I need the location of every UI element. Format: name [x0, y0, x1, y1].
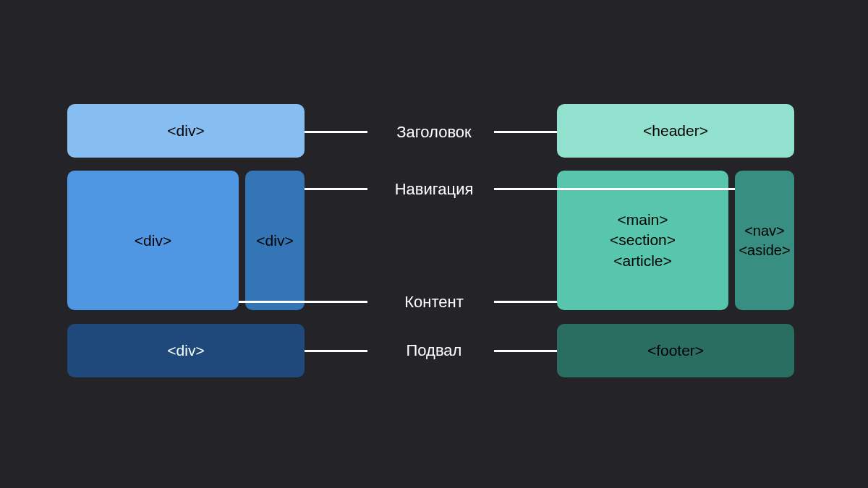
left-nav-label: <div>	[256, 232, 293, 249]
connector-line	[494, 350, 557, 352]
section-label-header: Заголовок	[376, 123, 492, 142]
section-label-nav: Навигация	[376, 180, 492, 199]
connector-line	[494, 188, 735, 190]
connector-line	[305, 188, 367, 190]
left-header-label: <div>	[167, 122, 204, 140]
right-footer-block: <footer>	[557, 324, 794, 377]
left-nav-block: <div>	[245, 171, 305, 310]
connector-line	[305, 131, 367, 133]
connector-line	[494, 131, 557, 133]
right-nav-label-2: <aside>	[739, 241, 790, 260]
connector-line	[239, 301, 367, 303]
right-nav-block: <nav> <aside>	[735, 171, 794, 310]
right-content-label-3: <article>	[613, 251, 672, 271]
right-content-label-1: <main>	[617, 210, 668, 230]
right-header-label: <header>	[643, 122, 708, 140]
left-header-block: <div>	[67, 104, 305, 158]
right-nav-label-1: <nav>	[744, 221, 785, 241]
right-footer-label: <footer>	[647, 342, 704, 359]
left-footer-block: <div>	[67, 324, 305, 377]
right-content-block: <main> <section> <article>	[557, 171, 728, 310]
left-content-label: <div>	[135, 232, 171, 249]
section-label-footer: Подвал	[376, 341, 492, 360]
section-label-content: Контент	[376, 293, 492, 312]
connector-line	[494, 301, 557, 303]
layout-comparison-diagram: <div> <div> <div> <div> <header> <main> …	[0, 0, 868, 488]
right-header-block: <header>	[557, 104, 794, 158]
left-footer-label: <div>	[167, 342, 204, 359]
right-content-label-2: <section>	[610, 230, 676, 250]
left-content-block: <div>	[67, 171, 239, 310]
connector-line	[305, 350, 367, 352]
